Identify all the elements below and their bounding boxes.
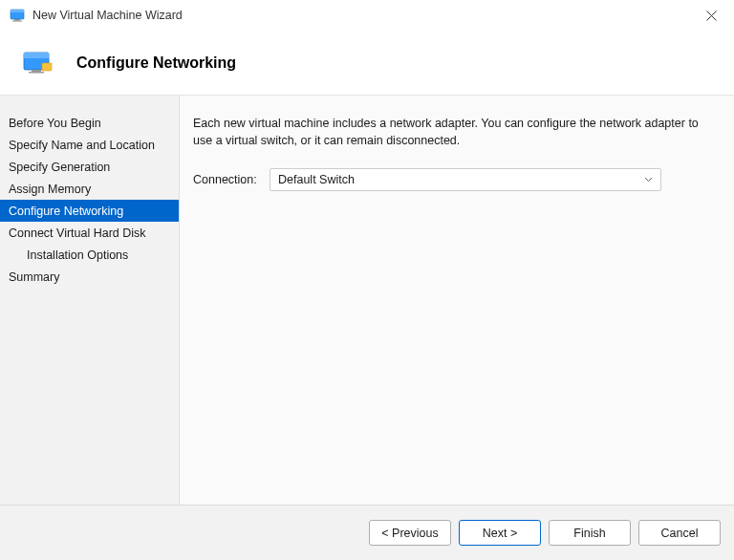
connection-row: Connection: Default Switch: [193, 168, 721, 191]
svg-rect-10: [42, 63, 52, 71]
sidebar-item-label: Assign Memory: [9, 183, 91, 196]
connection-select[interactable]: Default Switch: [270, 168, 661, 191]
app-icon: [10, 8, 25, 23]
sidebar-item-configure-networking[interactable]: Configure Networking: [0, 200, 179, 222]
sidebar-item-label: Specify Generation: [9, 161, 110, 174]
sidebar-item-summary[interactable]: Summary: [0, 266, 179, 288]
sidebar-item-installation-options[interactable]: Installation Options: [0, 244, 179, 266]
sidebar-item-connect-vhd[interactable]: Connect Virtual Hard Disk: [0, 222, 179, 244]
sidebar-item-label: Installation Options: [27, 248, 128, 262]
svg-rect-1: [11, 10, 24, 12]
wizard-footer: < Previous Next > Finish Cancel: [0, 505, 734, 560]
header-icon: [23, 52, 54, 75]
sidebar-item-assign-memory[interactable]: Assign Memory: [0, 178, 179, 200]
wizard-sidebar: Before You Begin Specify Name and Locati…: [0, 96, 180, 505]
connection-value: Default Switch: [278, 173, 355, 186]
sidebar-item-specify-generation[interactable]: Specify Generation: [0, 156, 179, 178]
svg-rect-7: [24, 53, 49, 58]
sidebar-item-label: Configure Networking: [9, 205, 123, 218]
description-text: Each new virtual machine includes a netw…: [193, 116, 721, 149]
wizard-header: Configure Networking: [0, 31, 734, 96]
wizard-content: Each new virtual machine includes a netw…: [180, 96, 734, 505]
window-title: New Virtual Machine Wizard: [32, 9, 183, 22]
body-area: Before You Begin Specify Name and Locati…: [0, 96, 734, 505]
sidebar-item-specify-name-location[interactable]: Specify Name and Location: [0, 134, 179, 156]
titlebar: New Virtual Machine Wizard: [0, 0, 734, 31]
close-icon[interactable]: [702, 6, 721, 25]
svg-rect-8: [32, 70, 41, 72]
page-title: Configure Networking: [76, 54, 236, 72]
cancel-button[interactable]: Cancel: [638, 520, 721, 546]
sidebar-item-before-you-begin[interactable]: Before You Begin: [0, 112, 179, 134]
svg-rect-2: [14, 19, 20, 21]
sidebar-item-label: Before You Begin: [9, 117, 101, 130]
svg-rect-3: [12, 20, 22, 21]
svg-rect-9: [29, 72, 44, 74]
sidebar-item-label: Specify Name and Location: [9, 139, 155, 152]
finish-button[interactable]: Finish: [549, 520, 631, 546]
sidebar-item-label: Connect Virtual Hard Disk: [9, 226, 146, 240]
sidebar-item-label: Summary: [9, 270, 59, 284]
chevron-down-icon: [644, 175, 653, 184]
next-button[interactable]: Next >: [459, 520, 541, 546]
connection-label: Connection:: [193, 173, 270, 186]
previous-button[interactable]: < Previous: [369, 520, 451, 546]
